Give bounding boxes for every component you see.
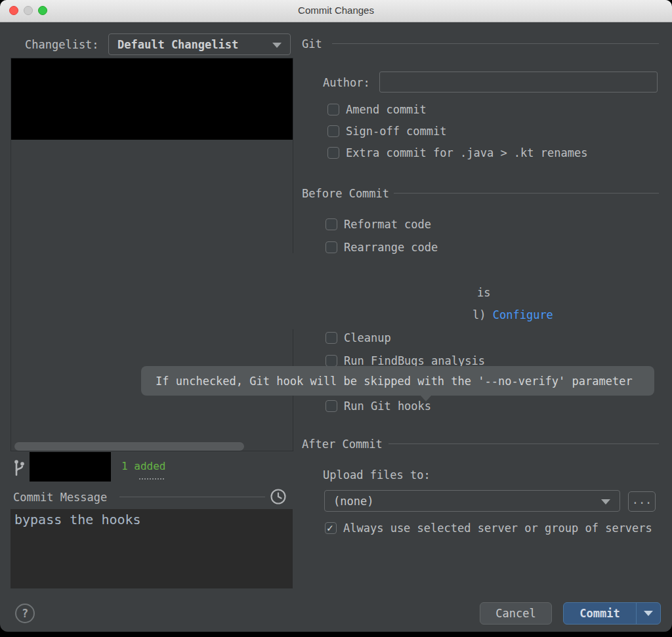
git-hooks-tooltip: If unchecked, Git hook will be skipped w… [141, 366, 654, 396]
checkbox-label: Amend commit [346, 103, 427, 116]
amend-commit-checkbox[interactable]: Amend commit [327, 103, 427, 116]
run-git-hooks-checkbox[interactable]: Run Git hooks [326, 400, 431, 413]
rearrange-code-checkbox[interactable]: Rearrange code [326, 241, 438, 254]
chevron-down-icon [601, 499, 610, 504]
chevron-down-icon [272, 43, 282, 48]
changelist-dropdown[interactable]: Default Changelist [108, 33, 291, 55]
extra-commit-checkbox[interactable]: Extra commit for .java > .kt renames [327, 146, 587, 159]
partially-hidden-text: l) Configure [472, 308, 553, 321]
checkbox-icon [327, 125, 339, 137]
run-findbugs-checkbox[interactable]: Run FindBugs analysis [326, 354, 485, 367]
fragment-prefix: l) [472, 308, 486, 321]
author-input[interactable] [379, 72, 658, 92]
checkbox-label: Run FindBugs analysis [344, 354, 485, 367]
redacted-branch-name [30, 452, 111, 482]
checkbox-label: Cleanup [344, 331, 391, 344]
checkbox-label: Run Git hooks [344, 400, 431, 413]
commit-message-input[interactable]: bypass the hooks [10, 509, 293, 588]
help-button[interactable]: ? [15, 604, 35, 623]
configure-servers-button[interactable]: ... [628, 491, 656, 512]
redacted-file-list [11, 58, 293, 140]
checkbox-icon [326, 241, 337, 253]
sign-off-commit-checkbox[interactable]: Sign-off commit [327, 125, 447, 138]
checkbox-icon [326, 218, 337, 230]
horizontal-scrollbar[interactable] [14, 442, 244, 451]
changelist-label: Changelist: [25, 38, 99, 51]
checkbox-icon [326, 400, 337, 412]
chevron-down-icon [644, 611, 653, 616]
commit-button[interactable]: Commit [564, 603, 637, 624]
checkbox-icon [326, 355, 337, 367]
configure-link[interactable]: Configure [493, 308, 553, 321]
git-branch-icon [13, 457, 26, 477]
partially-hidden-text: is [477, 286, 490, 299]
checkbox-icon [326, 332, 337, 344]
always-use-server-checkbox[interactable]: Always use selected server or group of s… [325, 522, 652, 535]
changelist-value: Default Changelist [117, 38, 238, 51]
commit-button-group: Commit [563, 602, 661, 625]
cancel-button[interactable]: Cancel [480, 602, 552, 625]
checkbox-label: Extra commit for .java > .kt renames [346, 146, 587, 159]
reformat-code-checkbox[interactable]: Reformat code [326, 218, 431, 231]
checkbox-label: Sign-off commit [346, 125, 447, 138]
after-commit-section-title: After Commit [302, 438, 383, 451]
author-label: Author: [323, 76, 370, 89]
added-files-count: 1 added [121, 460, 165, 472]
checkbox-icon [327, 104, 339, 115]
upload-server-dropdown[interactable]: (none) [324, 490, 620, 512]
checkbox-icon [327, 147, 339, 159]
git-section-title: Git [302, 37, 322, 51]
added-underline [139, 474, 164, 480]
checkbox-label: Always use selected server or group of s… [343, 522, 652, 535]
checkmark-icon [325, 522, 337, 534]
before-commit-section-title: Before Commit [302, 187, 389, 200]
message-history-icon[interactable] [270, 488, 287, 505]
checkbox-label: Reformat code [344, 218, 431, 231]
title-bar: Commit Changes [0, 0, 672, 22]
commit-changes-dialog: Commit Changes Changelist: Default Chang… [0, 0, 672, 632]
panel-divider [293, 58, 293, 253]
tooltip-pointer [420, 395, 432, 401]
cleanup-checkbox[interactable]: Cleanup [326, 331, 391, 344]
tooltip-text: If unchecked, Git hook will be skipped w… [156, 375, 633, 388]
window-title: Commit Changes [0, 5, 672, 16]
commit-message-title: Commit Message [13, 491, 107, 504]
commit-options-button[interactable] [637, 603, 660, 624]
checkbox-label: Rearrange code [344, 241, 438, 254]
upload-server-value: (none) [333, 495, 373, 508]
upload-files-label: Upload files to: [323, 468, 430, 482]
